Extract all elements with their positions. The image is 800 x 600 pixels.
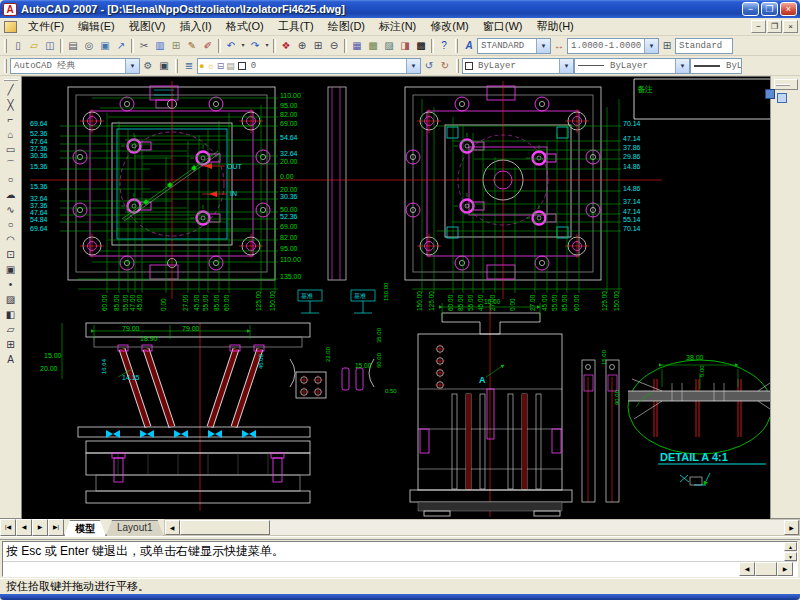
layer-properties-manager-icon[interactable]: ≣ (181, 58, 197, 74)
toolbar-grip[interactable] (455, 39, 458, 53)
rectangle-icon[interactable]: ▭ (2, 143, 19, 158)
table-style-combo[interactable]: Standard (675, 38, 733, 54)
menu-item-绘图(D)[interactable]: 绘图(D) (321, 17, 372, 36)
scrollbar-thumb[interactable] (180, 520, 270, 535)
quickcalc-icon[interactable]: ▩ (413, 38, 429, 54)
polyline-icon[interactable]: ⌐ (2, 113, 19, 128)
tab-model[interactable]: 模型 (64, 520, 106, 536)
layer-plot-icon[interactable]: ▤ (226, 61, 235, 71)
plot-icon[interactable]: ▤ (65, 38, 81, 54)
scroll-right-icon[interactable]: ▶ (777, 562, 793, 576)
spline-icon[interactable]: ∿ (2, 203, 19, 218)
menu-item-插入(I)[interactable]: 插入(I) (172, 17, 218, 36)
chevron-down-icon[interactable]: ▼ (536, 39, 550, 53)
zoom-previous-icon[interactable]: ⊖ (326, 38, 342, 54)
ellipse-arc-icon[interactable]: ◠ (2, 233, 19, 248)
layer-on-icon[interactable]: ● (199, 61, 204, 71)
copy-icon[interactable]: ▥ (152, 38, 168, 54)
markup-set-manager-icon[interactable]: ◨ (397, 38, 413, 54)
insert-block-icon[interactable]: ⊡ (2, 248, 19, 263)
make-block-icon[interactable]: ▣ (2, 263, 19, 278)
pan-icon[interactable]: ❖ (278, 38, 294, 54)
mdi-restore-button[interactable]: ❐ (767, 20, 782, 33)
workspace-combo[interactable]: AutoCAD 经典 ▼ (10, 58, 140, 74)
menu-item-编辑(E)[interactable]: 编辑(E) (71, 17, 122, 36)
minimize-button[interactable]: − (742, 2, 759, 16)
arc-icon[interactable]: ⌒ (2, 158, 19, 173)
region-icon[interactable]: ▱ (2, 323, 19, 338)
chevron-down-icon[interactable]: ▼ (644, 39, 658, 53)
close-button[interactable]: × (780, 2, 797, 16)
line-icon[interactable]: ╱ (2, 83, 19, 98)
item-▶[interactable]: ▶ (32, 519, 48, 536)
menu-item-文件(F)[interactable]: 文件(F) (21, 17, 71, 36)
command-input[interactable] (3, 562, 739, 576)
restore-button[interactable]: ❐ (761, 2, 778, 16)
item-▶|[interactable]: ▶| (48, 519, 64, 536)
redo-dropdown-icon[interactable]: ▾ (263, 38, 271, 54)
menu-item-修改(M)[interactable]: 修改(M) (423, 17, 476, 36)
dim-style-combo[interactable]: 1.0000-1.0000 ▼ (567, 38, 659, 54)
layer-previous-icon[interactable]: ↻ (437, 58, 453, 74)
text-style-combo[interactable]: STANDARD ▼ (477, 38, 551, 54)
toolbar-grip[interactable] (175, 59, 178, 73)
item-|◀[interactable]: |◀ (0, 519, 16, 536)
toolbar-grip[interactable] (4, 39, 7, 53)
scrollbar-thumb[interactable] (755, 562, 777, 576)
hatch-icon[interactable]: ▨ (2, 293, 19, 308)
etransmit-icon[interactable]: ↗ (113, 38, 129, 54)
scroll-down-icon[interactable]: ▼ (784, 552, 797, 561)
table-icon[interactable]: ⊞ (2, 338, 19, 353)
publish-icon[interactable]: ▣ (97, 38, 113, 54)
menu-item-标注(N)[interactable]: 标注(N) (372, 17, 423, 36)
undo-dropdown-icon[interactable]: ▾ (239, 38, 247, 54)
mdi-close-button[interactable]: × (783, 20, 798, 33)
save-icon[interactable]: ◫ (42, 38, 58, 54)
designcenter-icon[interactable]: ▩ (365, 38, 381, 54)
make-layer-current-icon[interactable]: ↺ (421, 58, 437, 74)
command-vscrollbar[interactable]: ▲ ▼ (784, 542, 797, 561)
layer-freeze-icon[interactable]: ☼ (206, 61, 214, 71)
menu-item-窗口(W)[interactable]: 窗口(W) (476, 17, 530, 36)
ellipse-icon[interactable]: ○ (2, 218, 19, 233)
match-properties-icon[interactable]: ✎ (184, 38, 200, 54)
paste-icon[interactable]: ⊞ (168, 38, 184, 54)
scroll-up-icon[interactable]: ▲ (784, 542, 797, 551)
point-icon[interactable]: • (2, 278, 19, 293)
redo-icon[interactable]: ↷ (247, 38, 263, 54)
properties-icon[interactable]: ▦ (349, 38, 365, 54)
menu-item-视图(V)[interactable]: 视图(V) (122, 17, 173, 36)
horizontal-scrollbar[interactable]: ◀ ▶ (164, 519, 800, 536)
tab-layout1[interactable]: Layout1 (106, 520, 164, 536)
block-editor-icon[interactable]: ✐ (200, 38, 216, 54)
tool-palettes-icon[interactable]: ▨ (381, 38, 397, 54)
toolbar-grip[interactable] (776, 84, 790, 86)
linetype-control-combo[interactable]: ByLayer ▼ (574, 58, 690, 74)
item-◀[interactable]: ◀ (16, 519, 32, 536)
workspace-settings-icon[interactable]: ⚙ (140, 58, 156, 74)
revision-cloud-icon[interactable]: ☁ (2, 188, 19, 203)
undo-icon[interactable]: ↶ (223, 38, 239, 54)
toolbar-grip[interactable] (4, 59, 7, 73)
chevron-down-icon[interactable]: ▼ (406, 59, 420, 73)
circle-icon[interactable]: ○ (2, 173, 19, 188)
toolbar-grip[interactable] (4, 79, 18, 81)
layer-lock-icon[interactable]: ⊟ (217, 61, 225, 71)
new-icon[interactable]: ▯ (10, 38, 26, 54)
zoom-realtime-icon[interactable]: ⊕ (294, 38, 310, 54)
chevron-down-icon[interactable]: ▼ (559, 59, 573, 73)
mdi-minimize-button[interactable]: − (751, 20, 766, 33)
gradient-icon[interactable]: ◧ (2, 308, 19, 323)
command-hscrollbar[interactable]: ◀ ▶ (739, 562, 797, 576)
chevron-down-icon[interactable]: ▼ (675, 59, 689, 73)
open-icon[interactable]: ▱ (26, 38, 42, 54)
lineweight-control-combo[interactable]: ByLayer (690, 58, 742, 74)
color-control-combo[interactable]: ByLayer ▼ (462, 58, 574, 74)
zoom-window-icon[interactable]: ⊞ (310, 38, 326, 54)
menu-item-格式(O)[interactable]: 格式(O) (219, 17, 271, 36)
scroll-right-icon[interactable]: ▶ (784, 520, 799, 535)
layer-combo[interactable]: ●☼⊟▤ 0 ▼ (197, 58, 421, 74)
scroll-left-icon[interactable]: ◀ (165, 520, 180, 535)
help-icon[interactable]: ? (436, 38, 452, 54)
drawing-canvas[interactable]: 110.0095.0082.0069.0054.6432.6420.000.00… (22, 76, 770, 518)
